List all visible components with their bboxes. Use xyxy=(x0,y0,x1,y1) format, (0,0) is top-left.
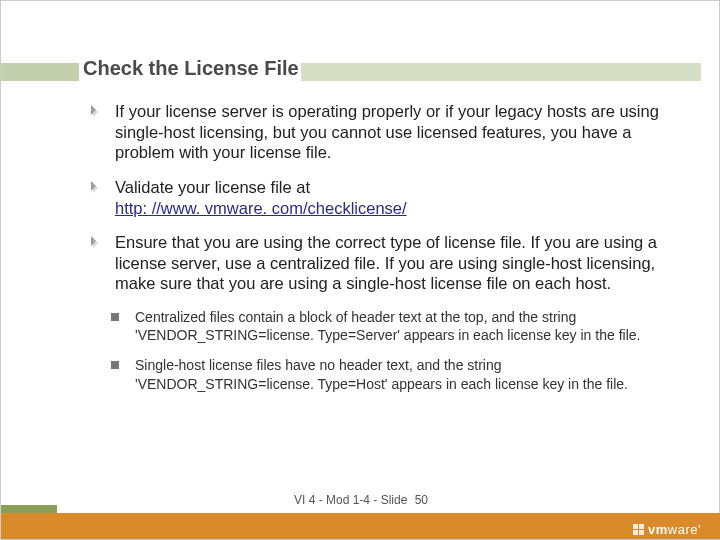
logo-boxes-icon xyxy=(633,524,644,535)
bullet-text: If your license server is operating prop… xyxy=(115,102,659,161)
footer-label: VI 4 - Mod 1-4 - Slide xyxy=(294,493,407,507)
bullet-level2: Centralized files contain a block of hea… xyxy=(111,308,661,344)
bullet-level1: Validate your license file at http: //ww… xyxy=(91,177,661,218)
footer-accent xyxy=(1,505,57,513)
check-license-link[interactable]: http: //www. vmware. com/checklicense/ xyxy=(115,199,407,217)
bullet-level1: If your license server is operating prop… xyxy=(91,101,661,163)
slide-number: 50 xyxy=(415,493,428,507)
title-row: Check the License File xyxy=(1,57,720,89)
footer-text: VI 4 - Mod 1-4 - Slide 50 xyxy=(1,493,720,507)
bullet-level2: Single-host license files have no header… xyxy=(111,356,661,392)
content-area: If your license server is operating prop… xyxy=(91,101,661,405)
vmware-logo: vmware' xyxy=(633,522,701,537)
logo-text: vmware' xyxy=(648,522,701,537)
bullet-text: Centralized files contain a block of hea… xyxy=(135,309,640,343)
footer-bar: vmware' xyxy=(1,513,720,539)
slide: Check the License File If your license s… xyxy=(0,0,720,540)
bullet-level1: Ensure that you are using the correct ty… xyxy=(91,232,661,294)
bullet-text: Ensure that you are using the correct ty… xyxy=(115,233,657,292)
slide-title: Check the License File xyxy=(83,57,299,80)
bullet-text: Validate your license file at xyxy=(115,178,310,196)
bullet-text: Single-host license files have no header… xyxy=(135,357,628,391)
title-accent-right xyxy=(301,63,701,81)
title-accent-left xyxy=(1,63,79,81)
